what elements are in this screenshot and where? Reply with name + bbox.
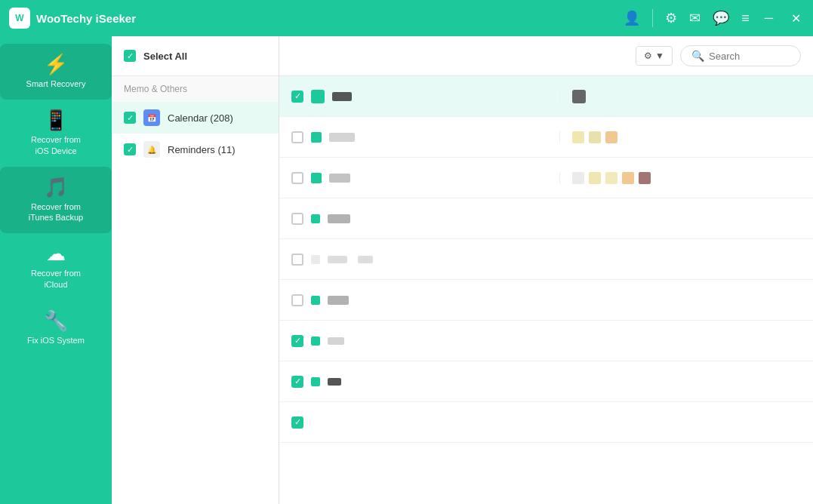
data-toolbar: ⚙ ▼ 🔍 [279, 36, 813, 76]
tag-dark [639, 172, 651, 184]
tag-box [572, 90, 586, 103]
titlebar-right: 👤 ⚙ ✉ 💬 ≡ ─ ✕ [624, 9, 804, 27]
tag-orange [605, 131, 617, 143]
reminders-icon: 🔔 [143, 141, 160, 158]
select-all-row[interactable]: ✓ Select All [112, 36, 279, 76]
sidebar: ⚡ Smart Recovery 📱 Recover fromiOS Devic… [0, 36, 112, 504]
row-teal-icon [311, 296, 320, 305]
calendar-icon: 📅 [143, 109, 160, 126]
row-checkbox[interactable] [291, 131, 303, 143]
settings-icon[interactable]: ⚙ [665, 10, 677, 26]
category-item-reminders[interactable]: ✓ 🔔 Reminders (11) [112, 134, 279, 165]
sidebar-item-smart-recovery[interactable]: ⚡ Smart Recovery [0, 44, 112, 100]
calendar-label: Calendar (208) [168, 112, 233, 124]
calendar-checkbox[interactable]: ✓ [124, 112, 136, 124]
select-all-label: Select All [143, 51, 187, 62]
sidebar-item-fix-ios[interactable]: 🔧 Fix iOS System [0, 300, 112, 356]
fix-ios-icon: 🔧 [44, 311, 68, 330]
sidebar-label-itunes-backup: Recover fromiTunes Backup [29, 201, 83, 223]
sidebar-item-itunes-backup[interactable]: 🎵 Recover fromiTunes Backup [0, 167, 112, 234]
tag-orange [622, 172, 634, 184]
row-text-sm2 [358, 256, 373, 263]
itunes-backup-icon: 🎵 [44, 177, 68, 197]
row-text-block [328, 378, 341, 386]
sidebar-item-ios-device[interactable]: 📱 Recover fromiOS Device [0, 100, 112, 167]
table-row: ✓ [279, 402, 813, 443]
search-box[interactable]: 🔍 [680, 45, 801, 66]
row-text-block [328, 296, 349, 305]
close-button[interactable]: ✕ [788, 11, 804, 26]
filter-button[interactable]: ⚙ ▼ [636, 46, 673, 66]
table-row [279, 117, 813, 158]
row-text-block [332, 92, 352, 101]
row-checkbox[interactable]: ✓ [291, 376, 303, 388]
menu-icon[interactable]: ≡ [741, 11, 750, 26]
row-checkbox[interactable] [291, 254, 303, 266]
row-side-info [559, 131, 801, 143]
row-side-info [559, 90, 801, 103]
row-checkbox[interactable] [291, 172, 303, 184]
table-row [279, 198, 813, 239]
table-row: ✓ [279, 361, 813, 402]
row-side-info [559, 172, 801, 184]
content-area: ✓ Select All Memo & Others ✓ 📅 Calendar … [112, 36, 813, 504]
table-row: ✓ [279, 321, 813, 361]
table-row [279, 280, 813, 321]
row-checkbox[interactable] [291, 294, 303, 306]
tag-yellow [589, 172, 601, 184]
smart-recovery-icon: ⚡ [44, 54, 68, 74]
tag-empty [572, 172, 584, 184]
sidebar-label-smart-recovery: Smart Recovery [26, 78, 86, 89]
row-teal-icon [311, 214, 320, 223]
row-text-block [329, 133, 355, 142]
filter-icon: ⚙ [644, 51, 652, 61]
data-panel: ⚙ ▼ 🔍 ✓ [279, 36, 813, 504]
sidebar-item-icloud[interactable]: ☁ Recover fromiCloud [0, 233, 112, 300]
row-text-sm [328, 256, 347, 263]
row-teal-icon [311, 337, 320, 346]
titlebar-divider [652, 9, 653, 27]
app-title: WooTechy iSeeker [36, 12, 136, 25]
table-row [279, 158, 813, 198]
sidebar-label-icloud: Recover fromiCloud [31, 268, 81, 290]
search-icon: 🔍 [691, 50, 704, 62]
category-item-calendar[interactable]: ✓ 📅 Calendar (208) [112, 102, 279, 134]
titlebar: W WooTechy iSeeker 👤 ⚙ ✉ 💬 ≡ ─ ✕ [0, 0, 813, 36]
row-checkbox[interactable]: ✓ [291, 91, 303, 103]
row-text-block [328, 214, 350, 223]
row-teal-icon [311, 173, 322, 183]
row-teal-icon [311, 377, 320, 386]
reminders-label: Reminders (11) [168, 144, 236, 155]
sidebar-label-fix-ios: Fix iOS System [27, 335, 85, 346]
select-all-checkbox[interactable]: ✓ [124, 50, 136, 62]
mail-icon[interactable]: ✉ [689, 10, 701, 26]
ios-device-icon: 📱 [44, 110, 68, 130]
row-text-block [328, 337, 344, 345]
minimize-button[interactable]: ─ [762, 11, 776, 25]
category-group-label: Memo & Others [112, 76, 279, 102]
reminders-checkbox[interactable]: ✓ [124, 143, 136, 155]
tag-yellow2 [605, 172, 617, 184]
table-row: ✓ [279, 76, 813, 117]
row-checkbox[interactable]: ✓ [291, 416, 303, 429]
chat-icon[interactable]: 💬 [713, 10, 729, 26]
titlebar-left: W WooTechy iSeeker [9, 8, 136, 29]
tag-yellow2 [589, 131, 601, 143]
row-icon-sm [311, 255, 320, 264]
category-panel: ✓ Select All Memo & Others ✓ 📅 Calendar … [112, 36, 279, 504]
row-checkbox[interactable] [291, 213, 303, 225]
tag-yellow [572, 131, 584, 143]
account-icon[interactable]: 👤 [624, 10, 640, 26]
icloud-icon: ☁ [46, 244, 66, 263]
row-text-block [329, 174, 350, 183]
filter-label: ▼ [655, 51, 664, 61]
sidebar-label-ios-device: Recover fromiOS Device [31, 134, 81, 156]
row-teal-icon [311, 90, 325, 103]
data-list: ✓ [279, 76, 813, 504]
main-layout: ⚡ Smart Recovery 📱 Recover fromiOS Devic… [0, 36, 813, 504]
row-teal-icon [311, 132, 322, 143]
row-checkbox[interactable]: ✓ [291, 335, 303, 347]
table-row [279, 239, 813, 280]
app-logo: W [9, 8, 30, 29]
search-input[interactable] [709, 51, 790, 62]
